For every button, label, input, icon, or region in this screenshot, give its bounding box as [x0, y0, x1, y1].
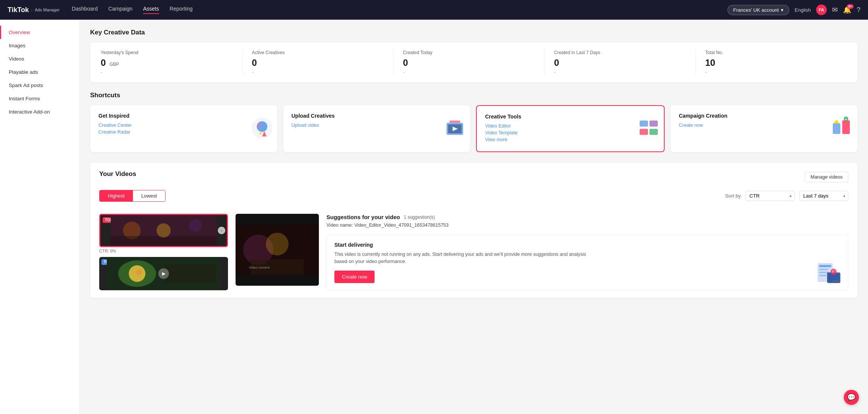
- sidebar-item-videos[interactable]: Videos: [0, 52, 79, 65]
- suggestion-illustration: i: [814, 257, 840, 284]
- suggestions-title: Suggestions for your video: [326, 214, 400, 220]
- tab-highest[interactable]: Highest: [100, 190, 133, 201]
- sort-select-wrapper: CTR Impressions Clicks ▾: [745, 191, 795, 201]
- messages-icon[interactable]: ✉: [832, 6, 838, 14]
- svg-rect-12: [649, 129, 658, 135]
- shortcut-link-creative-radar[interactable]: Creative Radar: [98, 129, 269, 135]
- shortcuts-grid: Get Inspired Creative Center Creative Ra…: [90, 105, 857, 152]
- video-thumb-top2[interactable]: TOP 2 ▶: [99, 257, 228, 290]
- sidebar-item-overview[interactable]: Overview: [0, 26, 79, 39]
- notifications-icon[interactable]: 🔔 9+: [843, 6, 851, 14]
- shortcut-link-video-template[interactable]: Video Template: [485, 130, 656, 135]
- metric-value-active: 0: [252, 58, 384, 68]
- svg-text:i: i: [832, 269, 834, 274]
- metric-label-7days: Created in Last 7 Days: [554, 50, 687, 55]
- avatar[interactable]: FA: [816, 5, 827, 15]
- date-select[interactable]: Last 7 days Last 14 days Last 30 days: [799, 191, 848, 201]
- shortcut-link-creative-center[interactable]: Creative Center: [98, 123, 269, 128]
- svg-point-1: [257, 121, 267, 132]
- svg-point-22: [189, 219, 202, 232]
- videos-content: TOP 1 › CTR: 0%: [99, 214, 848, 290]
- shortcut-card-campaign-creation[interactable]: Campaign Creation Create now A: [671, 105, 858, 152]
- logo-tiktok-text: TikTok: [8, 6, 29, 14]
- suggestions-header: Suggestions for your video 1 suggestion(…: [326, 214, 848, 220]
- manage-videos-button[interactable]: Manage videos: [805, 172, 848, 182]
- svg-rect-27: [164, 265, 217, 283]
- shortcut-link-view-more[interactable]: View more: [485, 137, 656, 142]
- nav-items: Dashboard Campaign Assets Reporting: [72, 6, 715, 14]
- video-thumb-top1[interactable]: TOP 1 ›: [99, 214, 228, 247]
- your-videos-title: Your Videos: [99, 170, 136, 178]
- account-name: Frances' UK account: [733, 7, 779, 13]
- shortcut-link-video-editor[interactable]: Video Editor: [485, 123, 656, 129]
- svg-text:Video content: Video content: [249, 266, 270, 269]
- suggestions-panel: Suggestions for your video 1 suggestion(…: [326, 214, 848, 290]
- your-videos-section: Your Videos Manage videos Highest Lowest…: [90, 163, 857, 298]
- video-preview[interactable]: Video content: [236, 214, 319, 286]
- sort-select[interactable]: CTR Impressions Clicks: [745, 191, 795, 201]
- shortcut-card-creative-tools[interactable]: Creative Tools Video Editor Video Templa…: [476, 105, 665, 152]
- top-navigation: TikTok · Ads Manager Dashboard Campaign …: [0, 0, 868, 20]
- sidebar-item-images[interactable]: Images: [0, 39, 79, 52]
- shortcut-card-upload-creatives[interactable]: Upload Creatives Upload video: [283, 105, 470, 152]
- list-item: TOP 2 ▶: [99, 257, 228, 290]
- video-list: TOP 1 › CTR: 0%: [99, 214, 228, 290]
- shortcut-title-get-inspired: Get Inspired: [98, 113, 269, 119]
- suggestion-box: Start delivering This video is currently…: [326, 235, 848, 290]
- suggestion-box-title: Start delivering: [334, 242, 840, 248]
- shortcut-title-creative-tools: Creative Tools: [485, 114, 656, 120]
- sidebar-item-spark-ad-posts[interactable]: Spark Ad posts: [0, 79, 79, 92]
- videos-header: Your Videos Manage videos: [99, 170, 848, 184]
- svg-point-21: [156, 223, 170, 237]
- shortcut-title-upload-creatives: Upload Creatives: [292, 113, 462, 119]
- video-next-arrow[interactable]: ›: [218, 227, 225, 234]
- metric-yesterday-spend: Yesterday's Spend 0 GBP -: [101, 50, 243, 75]
- svg-point-4: [259, 132, 262, 135]
- metric-unit-spend: GBP: [109, 62, 119, 67]
- metric-value-spend: 0 GBP: [101, 58, 233, 68]
- svg-rect-36: [819, 269, 828, 270]
- metric-sub-7days: -: [554, 70, 687, 75]
- help-icon[interactable]: ?: [857, 6, 860, 14]
- sidebar-item-instant-forms[interactable]: Instant Forms: [0, 92, 79, 105]
- chat-bubble[interactable]: 💬: [844, 390, 859, 405]
- list-item: TOP 1 › CTR: 0%: [99, 214, 228, 253]
- sidebar-item-playable-ads[interactable]: Playable ads: [0, 65, 79, 79]
- svg-rect-40: [829, 274, 839, 280]
- metric-label-spend: Yesterday's Spend: [101, 50, 233, 55]
- shortcut-link-create-now[interactable]: Create now: [679, 123, 849, 128]
- notification-badge: 9+: [847, 4, 854, 9]
- nav-assets[interactable]: Assets: [143, 6, 159, 14]
- suggestion-box-desc: This video is currently not running on a…: [334, 251, 592, 265]
- video-name-row: Video name: Video_Editor_Video_47091_165…: [326, 223, 848, 228]
- svg-rect-9: [640, 121, 648, 127]
- nav-dashboard[interactable]: Dashboard: [72, 6, 98, 14]
- tab-lowest[interactable]: Lowest: [133, 190, 165, 201]
- account-selector[interactable]: Frances' UK account ▾: [727, 5, 789, 15]
- sidebar-item-interactive-add-on[interactable]: Interactive Add-on: [0, 105, 79, 118]
- nav-reporting[interactable]: Reporting: [170, 6, 193, 14]
- sidebar: Overview Images Videos Playable ads Spar…: [0, 20, 80, 414]
- metric-sub-active: -: [252, 70, 384, 75]
- metric-sub-spend: -: [101, 70, 233, 75]
- sort-label: Sort by: [725, 193, 741, 199]
- metric-total-no: Total No. 10 -: [696, 50, 847, 75]
- svg-rect-8: [450, 121, 460, 123]
- sort-row: Sort by CTR Impressions Clicks ▾ Last 7 …: [725, 191, 848, 201]
- logo-sub-text: Ads Manager: [35, 8, 59, 12]
- svg-rect-10: [649, 121, 658, 127]
- language-selector[interactable]: English: [795, 7, 811, 13]
- main-content: Key Creative Data Yesterday's Spend 0 GB…: [80, 20, 868, 414]
- upload-creatives-illustration: [443, 117, 466, 141]
- metric-value-total: 10: [705, 58, 838, 68]
- create-now-button[interactable]: Create now: [334, 271, 375, 283]
- play-icon[interactable]: ▶: [158, 268, 169, 279]
- svg-text:A: A: [845, 118, 847, 121]
- nav-campaign[interactable]: Campaign: [108, 6, 133, 14]
- shortcut-card-get-inspired[interactable]: Get Inspired Creative Center Creative Ra…: [90, 105, 277, 152]
- metric-label-today: Created Today: [403, 50, 535, 55]
- shortcut-link-upload-video[interactable]: Upload video: [292, 123, 462, 128]
- nav-right: Frances' UK account ▾ English FA ✉ 🔔 9+ …: [727, 5, 860, 15]
- chat-icon: 💬: [847, 393, 856, 402]
- svg-point-26: [136, 269, 142, 275]
